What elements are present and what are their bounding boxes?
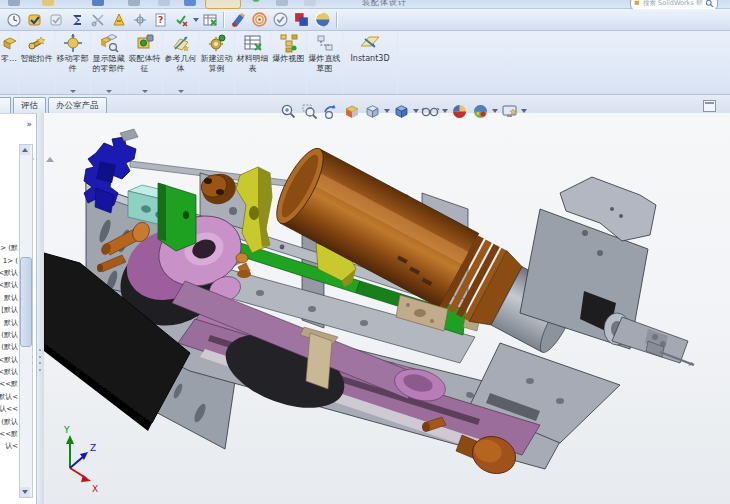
properties-icon[interactable] [304, 0, 316, 6]
tree-item[interactable]: 默认< [0, 391, 18, 403]
new-motion-study-button[interactable]: 新建运动算例 [199, 31, 235, 94]
tree-item[interactable]: <默认 [0, 279, 18, 291]
motion-rings-icon[interactable] [249, 10, 270, 29]
assembly-features-button[interactable]: 装配体特征 [127, 31, 163, 94]
measure-check-icon[interactable] [171, 10, 192, 29]
dropdown-arrow-icon[interactable] [412, 109, 419, 113]
tree-item[interactable]: <默认 [0, 354, 18, 366]
dropdown-arrow-icon[interactable] [441, 109, 448, 113]
hide-show-items-icon[interactable] [420, 100, 440, 122]
tree-item[interactable]: 认<< [0, 403, 18, 415]
section-view-icon[interactable] [341, 100, 361, 122]
splitter-grip[interactable] [39, 349, 42, 371]
verification-check-icon[interactable] [24, 10, 45, 29]
dropdown-arrow-icon[interactable] [178, 90, 184, 93]
equations-sigma-icon[interactable] [66, 10, 87, 29]
dropdown-arrow-icon[interactable] [383, 109, 390, 113]
performance-clock-icon[interactable] [3, 10, 24, 29]
dropdown-arrow-icon[interactable] [142, 90, 148, 93]
expand-chevron[interactable]: » [26, 119, 32, 129]
print-icon[interactable] [128, 0, 140, 6]
zoom-to-area-icon[interactable] [299, 100, 319, 122]
tab-evaluate[interactable]: 评估 [13, 97, 46, 113]
graphics-viewport[interactable]: Y Z X [0, 113, 730, 504]
apply-scene-icon[interactable] [470, 100, 490, 122]
edit-appearance-icon[interactable] [449, 100, 469, 122]
tab-partial[interactable] [0, 97, 11, 113]
tree-item[interactable]: 1> ( [0, 254, 18, 266]
svg-text:?: ? [158, 15, 163, 25]
align-target-icon[interactable] [129, 10, 150, 29]
show-hidden-components-button[interactable]: 显示隐藏的零部件 [91, 31, 127, 94]
tree-item[interactable]: <默认 [0, 366, 18, 378]
select-tool-highlight[interactable] [205, 0, 241, 9]
viewport-window-icon[interactable] [703, 100, 716, 112]
move-component-button[interactable]: 移动零部件 [55, 31, 91, 94]
triad-y-label: Y [63, 425, 70, 435]
tree-flyout-arrow-icon[interactable] [46, 157, 54, 162]
assembly-3d-model[interactable]: Y Z X [0, 113, 730, 504]
insert-component-icon [1, 32, 19, 54]
instant3d-button[interactable]: Instant3D [343, 31, 398, 94]
tree-item[interactable]: <<默 [0, 378, 18, 390]
display-style-icon[interactable] [391, 100, 411, 122]
zoom-to-fit-icon[interactable] [278, 100, 298, 122]
reference-geometry-button[interactable]: 参考几何体 [163, 31, 199, 94]
tree-item[interactable]: (默认 [0, 341, 18, 353]
appearance-icon[interactable] [276, 0, 288, 6]
options-icon[interactable] [252, 0, 260, 2]
tree-item[interactable]: (默认 [0, 415, 18, 427]
tree-item[interactable]: 默认 [0, 292, 18, 304]
tree-item[interactable]: 1> (默 [0, 242, 18, 254]
freeze-scissors-icon[interactable] [87, 10, 108, 29]
tree-item[interactable]: (默认 [0, 329, 18, 341]
assemblyxpert-question-icon[interactable]: ? [150, 10, 171, 29]
scroll-thumb[interactable] [20, 257, 32, 347]
rebuild-icon[interactable] [184, 0, 196, 6]
new-doc-icon[interactable] [8, 0, 20, 6]
bill-of-materials-button[interactable]: 材料明细表 [235, 31, 271, 94]
search-icon[interactable] [705, 0, 714, 8]
insert-components-button[interactable]: 零… [0, 31, 19, 94]
open-folder-icon[interactable] [42, 0, 54, 6]
tab-office-products[interactable]: 办公室产品 [48, 97, 107, 113]
scroll-up-button[interactable] [20, 145, 30, 155]
undo-icon[interactable] [158, 0, 170, 6]
dropdown-arrow-icon[interactable] [520, 109, 527, 113]
panel-splitter[interactable] [37, 113, 44, 504]
tree-item[interactable]: 默认 [0, 316, 18, 328]
heads-up-toolbar [278, 98, 527, 124]
tree-scrollbar[interactable] [19, 144, 33, 498]
view-settings-icon[interactable] [499, 100, 519, 122]
compare-squares-icon[interactable] [291, 10, 312, 29]
green-vertical-plate[interactable] [158, 183, 196, 251]
bom-table-icon[interactable] [199, 10, 220, 29]
check-circle-icon[interactable] [270, 10, 291, 29]
show-hidden-icon [99, 32, 119, 54]
photoview-palette-icon[interactable] [228, 10, 249, 29]
view-orientation-icon[interactable] [362, 100, 382, 122]
tree-item[interactable]: <默认 [0, 267, 18, 279]
previous-view-icon[interactable] [320, 100, 340, 122]
feature-manager-panel: » _外 1> (默 1> ( <默认 <默认 默认 [默认 默认 (默认 (默… [0, 113, 37, 504]
dropdown-arrow-icon[interactable] [491, 109, 498, 113]
toolbar-separator [336, 12, 338, 28]
save-icon[interactable] [92, 0, 104, 6]
flag-icon [634, 0, 641, 7]
dropdown-arrow-icon[interactable] [106, 90, 112, 93]
scroll-down-button[interactable] [20, 487, 30, 497]
assembly-toolbar: ? [0, 9, 730, 31]
checkbox-icon[interactable] [45, 10, 66, 29]
dropdown-arrow-icon[interactable] [70, 90, 76, 93]
tree-item[interactable]: 认< [0, 440, 18, 452]
edrawings-globe-icon[interactable] [312, 10, 333, 29]
tree-item[interactable]: [默认 [0, 304, 18, 316]
smart-fasteners-button[interactable]: 智能扣件 [19, 31, 55, 94]
exploded-view-button[interactable]: 爆炸视图 [271, 31, 307, 94]
explode-line-sketch-button[interactable]: 爆炸直线草图 [307, 31, 343, 94]
interference-cone-icon[interactable] [108, 10, 129, 29]
feature-tree-list: 1> (默 1> ( <默认 <默认 默认 [默认 默认 (默认 (默认 <默认… [0, 242, 18, 453]
dropdown-arrow-icon[interactable] [192, 10, 199, 29]
tree-item[interactable]: <<默 [0, 428, 18, 440]
smart-fasteners-icon [27, 32, 47, 54]
